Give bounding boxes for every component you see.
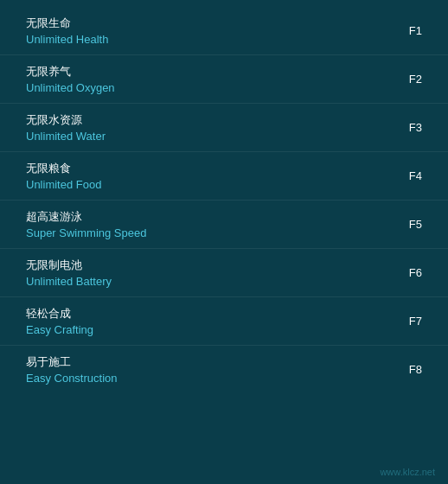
cheat-english-unlimited-water: Unlimited Water [26, 130, 106, 143]
cheat-text-super-swimming-speed: 超高速游泳 Super Swimming Speed [26, 209, 146, 239]
cheat-item-easy-crafting[interactable]: 轻松合成 Easy Crafting F7 [0, 297, 448, 346]
cheat-text-easy-construction: 易于施工 Easy Construction [26, 354, 118, 385]
cheat-chinese-easy-construction: 易于施工 [26, 354, 118, 370]
cheat-text-unlimited-food: 无限粮食 Unlimited Food [26, 161, 101, 191]
cheat-english-unlimited-oxygen: Unlimited Oxygen [26, 81, 115, 94]
cheat-chinese-super-swimming-speed: 超高速游泳 [26, 209, 146, 225]
cheat-key-unlimited-water: F3 [405, 121, 422, 134]
cheat-chinese-unlimited-water: 无限水资源 [26, 112, 106, 128]
cheat-item-unlimited-battery[interactable]: 无限制电池 Unlimited Battery F6 [0, 249, 448, 297]
cheat-key-unlimited-oxygen: F2 [405, 73, 422, 86]
cheat-key-unlimited-health: F1 [405, 24, 422, 37]
cheat-key-unlimited-battery: F6 [405, 266, 422, 279]
cheat-chinese-unlimited-battery: 无限制电池 [26, 258, 112, 273]
cheat-item-unlimited-food[interactable]: 无限粮食 Unlimited Food F4 [0, 152, 448, 201]
cheat-text-unlimited-health: 无限生命 Unlimited Health [26, 16, 108, 46]
cheat-item-unlimited-health[interactable]: 无限生命 Unlimited Health F1 [0, 7, 448, 55]
cheat-text-unlimited-water: 无限水资源 Unlimited Water [26, 112, 106, 143]
cheat-key-easy-crafting: F7 [405, 315, 422, 328]
cheat-item-super-swimming-speed[interactable]: 超高速游泳 Super Swimming Speed F5 [0, 201, 448, 249]
cheat-item-unlimited-oxygen[interactable]: 无限养气 Unlimited Oxygen F2 [0, 55, 448, 104]
cheat-key-unlimited-food: F4 [405, 169, 422, 182]
cheat-key-super-swimming-speed: F5 [405, 218, 422, 231]
watermark: www.klcz.net [380, 467, 435, 477]
cheat-english-unlimited-food: Unlimited Food [26, 178, 101, 191]
cheat-english-easy-crafting: Easy Crafting [26, 323, 93, 336]
cheat-item-easy-construction[interactable]: 易于施工 Easy Construction F8 [0, 346, 448, 393]
cheat-chinese-easy-crafting: 轻松合成 [26, 306, 93, 322]
cheat-english-easy-construction: Easy Construction [26, 372, 118, 385]
cheat-item-unlimited-water[interactable]: 无限水资源 Unlimited Water F3 [0, 104, 448, 152]
cheat-english-super-swimming-speed: Super Swimming Speed [26, 226, 146, 239]
cheat-chinese-unlimited-food: 无限粮食 [26, 161, 101, 176]
cheat-list: 无限生命 Unlimited Health F1 无限养气 Unlimited … [0, 0, 448, 400]
cheat-chinese-unlimited-oxygen: 无限养气 [26, 64, 115, 80]
cheat-text-easy-crafting: 轻松合成 Easy Crafting [26, 306, 93, 336]
cheat-english-unlimited-health: Unlimited Health [26, 33, 108, 46]
cheat-chinese-unlimited-health: 无限生命 [26, 16, 108, 31]
cheat-text-unlimited-battery: 无限制电池 Unlimited Battery [26, 258, 112, 288]
cheat-english-unlimited-battery: Unlimited Battery [26, 275, 112, 288]
cheat-text-unlimited-oxygen: 无限养气 Unlimited Oxygen [26, 64, 115, 94]
cheat-key-easy-construction: F8 [405, 363, 422, 376]
